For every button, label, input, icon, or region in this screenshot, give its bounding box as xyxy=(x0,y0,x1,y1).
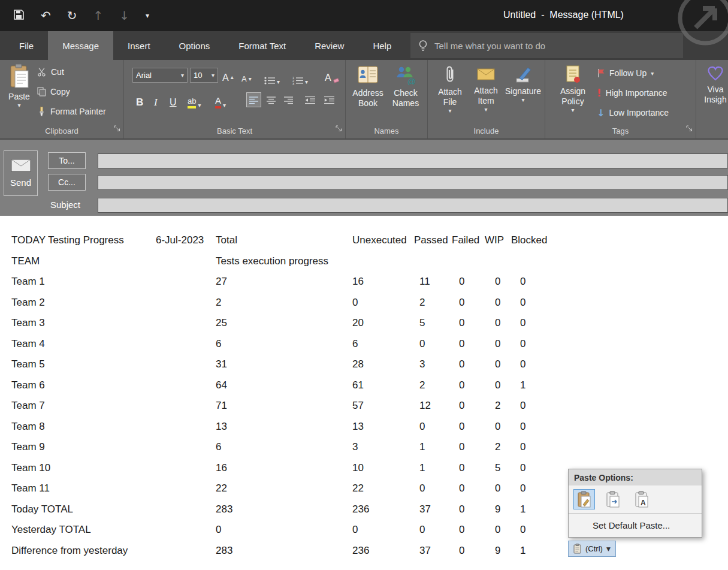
font-size-value: 10 xyxy=(194,71,202,80)
tab-options[interactable]: Options xyxy=(165,31,225,60)
subject-label: Subject xyxy=(50,200,80,210)
group-tags: Assign Policy ▾ Follow Up ▾ ! High Impor… xyxy=(545,60,696,138)
tab-message[interactable]: Message xyxy=(48,31,113,60)
clipboard-dialog-launcher[interactable] xyxy=(114,123,120,134)
follow-up-button[interactable]: Follow Up ▾ xyxy=(597,66,654,80)
cc-field[interactable] xyxy=(98,175,728,190)
shrink-font-button[interactable]: A ▾ xyxy=(241,69,252,85)
paste-button[interactable]: Paste ▾ xyxy=(4,64,35,108)
underline-label: U xyxy=(170,96,177,108)
bold-button[interactable]: B xyxy=(136,93,143,108)
undo-icon[interactable]: ↶ xyxy=(41,10,51,22)
low-importance-icon: ↓ xyxy=(597,107,605,119)
paste-keep-text-only-button[interactable]: A xyxy=(631,489,653,509)
bullets-caret-icon: ▾ xyxy=(277,79,280,85)
group-label-basic-text: Basic Text xyxy=(124,126,345,135)
viva-insights-button[interactable]: Viva Insigh xyxy=(701,65,728,105)
cc-button[interactable]: Cc... xyxy=(48,174,86,191)
basic-text-dialog-launcher[interactable] xyxy=(336,123,342,134)
to-button[interactable]: To... xyxy=(48,152,86,169)
grow-font-button[interactable]: A ▴ xyxy=(222,68,234,83)
check-names-icon: @ xyxy=(395,65,416,85)
cell-failed: 0 xyxy=(459,334,464,355)
attach-item-button[interactable]: Attach Item ▾ xyxy=(470,65,502,113)
check-names-button[interactable]: @ Check Names xyxy=(388,65,424,108)
attach-file-caret-icon: ▾ xyxy=(448,107,451,114)
clear-formatting-button[interactable]: A xyxy=(325,68,339,83)
format-painter-label: Format Painter xyxy=(50,107,106,116)
to-field[interactable] xyxy=(98,153,728,168)
header-date: 6-Jul-2023 xyxy=(156,230,204,251)
numbering-button[interactable]: 123 ▾ xyxy=(292,70,308,85)
save-button[interactable] xyxy=(13,9,25,22)
address-book-button[interactable]: Address Book xyxy=(349,65,386,108)
cell-blocked: 0 xyxy=(520,417,525,438)
svg-text:3: 3 xyxy=(292,82,294,85)
cell-wip: 0 xyxy=(495,354,500,375)
format-painter-icon xyxy=(37,107,46,116)
address-book-icon xyxy=(357,65,379,85)
paste-merge-formatting-button[interactable] xyxy=(602,489,624,509)
ribbon: Paste ▾ Cut Copy Format Painter Clipboar… xyxy=(0,60,728,140)
cell-blocked: 0 xyxy=(520,334,525,355)
high-importance-button[interactable]: ! High Importance xyxy=(597,86,667,100)
clear-formatting-label: A xyxy=(325,73,331,83)
group-label-names: Names xyxy=(346,126,427,135)
cell-failed: 0 xyxy=(459,272,464,292)
highlight-label: ab xyxy=(188,97,196,108)
customize-quick-access-icon[interactable]: ▾ xyxy=(146,10,149,22)
tab-file[interactable]: File xyxy=(5,31,48,60)
align-right-icon xyxy=(284,96,293,104)
move-down-icon[interactable]: ↓ xyxy=(119,10,129,22)
tell-me-search-box[interactable]: Tell me what you want to do xyxy=(410,33,683,58)
redo-icon[interactable]: ↻ xyxy=(67,10,77,22)
grow-font-label: A xyxy=(222,73,229,83)
cell-total: 64 xyxy=(216,375,227,396)
paste-options-ctrl-button[interactable]: (Ctrl) ▼ xyxy=(568,541,616,557)
group-label-include: Include xyxy=(428,126,545,135)
cell-team: Team 10 xyxy=(11,458,50,479)
paste-keep-source-formatting-button[interactable] xyxy=(573,489,595,509)
subject-field[interactable] xyxy=(98,198,728,213)
cell-team: Team 6 xyxy=(11,375,45,396)
cell-blocked: 1 xyxy=(520,541,525,562)
bullets-button[interactable]: ▾ xyxy=(264,70,280,85)
tab-review[interactable]: Review xyxy=(300,31,358,60)
align-center-button[interactable] xyxy=(264,92,279,107)
move-up-icon[interactable]: ↑ xyxy=(93,10,104,22)
copy-button[interactable]: Copy xyxy=(37,85,70,99)
cell-unexecuted: 61 xyxy=(352,375,364,396)
header-wip: WIP xyxy=(485,230,504,251)
outlook-compose-window: ↶ ↻ ↑ ↓ ▾ Untitled - Message (HTML) File… xyxy=(0,0,728,570)
bold-label: B xyxy=(136,96,143,108)
attach-file-button[interactable]: Attach File ▾ xyxy=(434,65,466,114)
set-default-paste-menu-item[interactable]: Set Default Paste... xyxy=(569,514,702,536)
signature-button[interactable]: Signature ▾ xyxy=(505,65,542,103)
increase-indent-button[interactable] xyxy=(322,92,337,107)
font-color-button[interactable]: A ▾ xyxy=(215,93,226,108)
tab-insert[interactable]: Insert xyxy=(113,31,165,60)
cell-blocked: 1 xyxy=(520,499,525,520)
tab-help[interactable]: Help xyxy=(358,31,406,60)
cell-team: Difference from yesterday xyxy=(11,541,128,562)
tab-format-text[interactable]: Format Text xyxy=(224,31,300,60)
cut-button[interactable]: Cut xyxy=(37,65,64,79)
bullet-list-icon xyxy=(264,76,275,85)
tags-dialog-launcher[interactable] xyxy=(686,123,693,134)
merge-formatting-icon xyxy=(606,491,620,508)
cell-blocked: 0 xyxy=(520,396,525,417)
italic-button[interactable]: I xyxy=(154,93,158,108)
font-size-select[interactable]: 10 ▾ xyxy=(190,68,218,83)
cell-failed: 0 xyxy=(459,313,464,334)
underline-button[interactable]: U xyxy=(170,93,177,108)
decrease-indent-button[interactable] xyxy=(303,92,318,107)
align-left-button[interactable] xyxy=(246,92,261,107)
assign-policy-button[interactable]: Assign Policy ▾ xyxy=(556,65,590,113)
send-button[interactable]: Send xyxy=(4,150,38,196)
low-importance-button[interactable]: ↓ Low Importance xyxy=(597,105,669,120)
align-right-button[interactable] xyxy=(281,92,296,107)
text-highlight-button[interactable]: ab ▾ xyxy=(188,93,201,108)
format-painter-button[interactable]: Format Painter xyxy=(37,104,106,119)
cell-team: Team 9 xyxy=(11,437,45,458)
font-name-select[interactable]: Arial ▾ xyxy=(132,68,188,83)
